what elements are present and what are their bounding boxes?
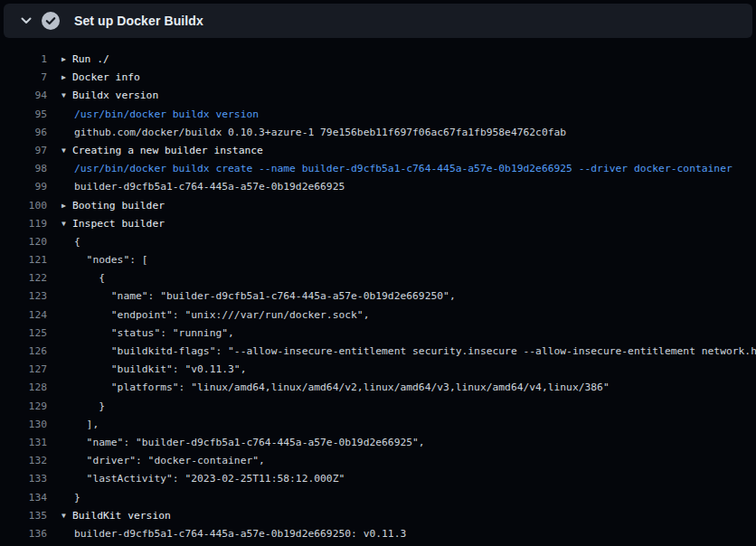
log-text: builder-d9cfb5a1-c764-445a-a57e-0b19d2e6… <box>47 525 756 543</box>
line-number[interactable]: 125 <box>0 325 47 343</box>
log-area: 1▶Run ./7▶Docker info94▼Buildx version95… <box>0 38 756 546</box>
log-text: "platforms": "linux/amd64,linux/amd64/v2… <box>47 379 756 397</box>
line-number[interactable]: 7 <box>0 69 47 87</box>
chevron-right-icon[interactable]: ▶ <box>61 69 72 87</box>
log-text: "name": "builder-d9cfb5a1-c764-445a-a57e… <box>47 434 756 452</box>
log-line: 95/usr/bin/docker buildx version <box>0 106 756 124</box>
log-line: 136builder-d9cfb5a1-c764-445a-a57e-0b19d… <box>0 525 756 543</box>
log-line: 130 ], <box>0 416 756 434</box>
line-number[interactable]: 128 <box>0 379 47 397</box>
log-text: builder-d9cfb5a1-c764-445a-a57e-0b19d2e6… <box>47 178 756 196</box>
log-line: 96github.com/docker/buildx 0.10.3+azure-… <box>0 124 756 142</box>
line-number[interactable]: 119 <box>0 215 47 233</box>
log-line: 126 "buildkitd-flags": "--allow-insecure… <box>0 343 756 361</box>
line-number[interactable]: 97 <box>0 142 47 160</box>
step-title: Set up Docker Buildx <box>74 14 203 28</box>
log-line: 125 "status": "running", <box>0 325 756 343</box>
chevron-down-icon[interactable] <box>20 14 33 27</box>
group-title: Docker info <box>72 71 140 83</box>
line-number[interactable]: 130 <box>0 416 47 434</box>
line-number[interactable]: 122 <box>0 269 47 287</box>
line-number[interactable]: 96 <box>0 124 47 142</box>
line-number[interactable]: 129 <box>0 398 47 416</box>
chevron-right-icon[interactable]: ▶ <box>61 197 72 215</box>
log-line: 129 } <box>0 398 756 416</box>
group-title: Inspect builder <box>72 218 165 230</box>
step-header[interactable]: Set up Docker Buildx <box>4 4 752 38</box>
line-number[interactable]: 120 <box>0 233 47 251</box>
log-line: 119▼Inspect builder <box>0 215 756 233</box>
log-text: "buildkit": "v0.11.3", <box>47 361 756 379</box>
log-text: } <box>47 398 756 416</box>
log-group-header[interactable]: ▼Buildx version <box>47 87 756 105</box>
line-number[interactable]: 126 <box>0 343 47 361</box>
log-text: "buildkitd-flags": "--allow-insecure-ent… <box>47 343 756 361</box>
log-line: 134} <box>0 489 756 507</box>
log-group-header[interactable]: ▼Inspect builder <box>47 215 756 233</box>
log-line: 121 "nodes": [ <box>0 251 756 269</box>
log-line: 128 "platforms": "linux/amd64,linux/amd6… <box>0 379 756 397</box>
line-number[interactable]: 123 <box>0 287 47 306</box>
chevron-down-icon[interactable]: ▼ <box>61 87 72 105</box>
group-title: Buildx version <box>72 89 158 101</box>
line-number[interactable]: 131 <box>0 434 47 452</box>
log-text: "status": "running", <box>47 325 756 343</box>
log-line: 131 "name": "builder-d9cfb5a1-c764-445a-… <box>0 434 756 452</box>
log-text: "name": "builder-d9cfb5a1-c764-445a-a57e… <box>47 287 756 306</box>
log-group-header[interactable]: ▶Docker info <box>47 69 756 87</box>
log-text: ], <box>47 416 756 434</box>
log-line: 122 { <box>0 269 756 287</box>
chevron-down-icon[interactable]: ▼ <box>61 215 72 233</box>
log-text: "nodes": [ <box>47 251 756 269</box>
line-number[interactable]: 98 <box>0 160 47 178</box>
log-line: 127 "buildkit": "v0.11.3", <box>0 361 756 379</box>
line-number[interactable]: 124 <box>0 306 47 325</box>
log-line: 135▼BuildKit version <box>0 507 756 525</box>
group-title: Run ./ <box>72 53 109 65</box>
log-group-header[interactable]: ▶Run ./ <box>47 51 756 69</box>
log-line: 120{ <box>0 233 756 251</box>
group-title: BuildKit version <box>72 510 171 522</box>
log-line: 124 "endpoint": "unix:///var/run/docker.… <box>0 306 756 325</box>
log-line: 98/usr/bin/docker buildx create --name b… <box>0 160 756 178</box>
log-text: "lastActivity": "2023-02-25T11:58:12.000… <box>47 470 756 488</box>
log-text: "driver": "docker-container", <box>47 452 756 470</box>
log-line: 97▼Creating a new builder instance <box>0 142 756 160</box>
log-line: 123 "name": "builder-d9cfb5a1-c764-445a-… <box>0 287 756 306</box>
log-line: 94▼Buildx version <box>0 87 756 105</box>
line-number[interactable]: 99 <box>0 178 47 196</box>
line-number[interactable]: 94 <box>0 87 47 105</box>
line-number[interactable]: 95 <box>0 106 47 124</box>
log-line: 100▶Booting builder <box>0 197 756 215</box>
log-line: 133 "lastActivity": "2023-02-25T11:58:12… <box>0 470 756 488</box>
log-group-header[interactable]: ▼Creating a new builder instance <box>47 142 756 160</box>
chevron-down-icon[interactable]: ▼ <box>61 507 72 525</box>
line-number[interactable]: 127 <box>0 361 47 379</box>
log-text: /usr/bin/docker buildx version <box>47 106 756 124</box>
line-number[interactable]: 132 <box>0 452 47 470</box>
log-group-header[interactable]: ▼BuildKit version <box>47 507 756 525</box>
log-text: { <box>47 269 756 287</box>
line-number[interactable]: 133 <box>0 470 47 488</box>
log-text: /usr/bin/docker buildx create --name bui… <box>47 160 756 178</box>
log-line: 7▶Docker info <box>0 69 756 87</box>
check-circle-icon <box>42 12 60 30</box>
line-number[interactable]: 134 <box>0 489 47 507</box>
log-text: { <box>47 233 756 251</box>
log-line: 1▶Run ./ <box>0 51 756 69</box>
line-number[interactable]: 1 <box>0 51 47 69</box>
log-text: "endpoint": "unix:///var/run/docker.sock… <box>47 306 756 325</box>
line-number[interactable]: 121 <box>0 251 47 269</box>
log-text: github.com/docker/buildx 0.10.3+azure-1 … <box>47 124 756 142</box>
chevron-right-icon[interactable]: ▶ <box>61 51 72 69</box>
log-line: 99builder-d9cfb5a1-c764-445a-a57e-0b19d2… <box>0 178 756 196</box>
line-number[interactable]: 136 <box>0 525 47 543</box>
line-number[interactable]: 135 <box>0 507 47 525</box>
chevron-down-icon[interactable]: ▼ <box>61 142 72 160</box>
log-group-header[interactable]: ▶Booting builder <box>47 197 756 215</box>
line-number[interactable]: 100 <box>0 197 47 215</box>
log-text: } <box>47 489 756 507</box>
group-title: Booting builder <box>72 200 165 212</box>
log-line: 132 "driver": "docker-container", <box>0 452 756 470</box>
group-title: Creating a new builder instance <box>72 145 263 156</box>
